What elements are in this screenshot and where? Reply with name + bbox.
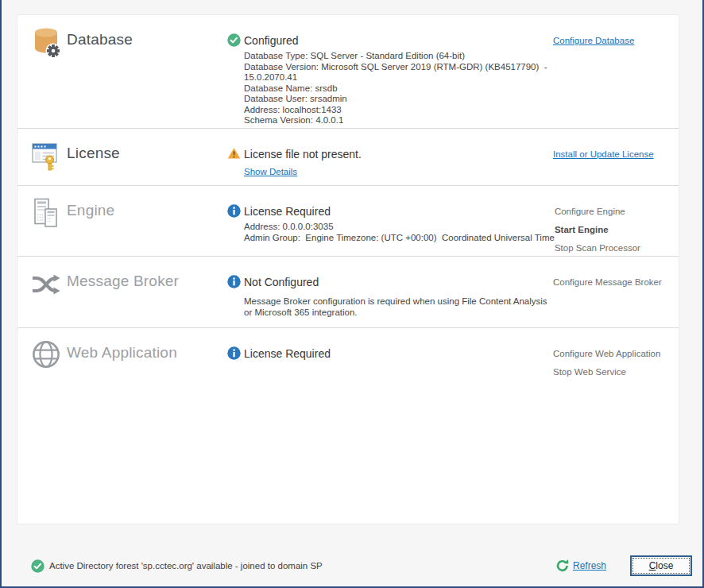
close-button[interactable]: Close: [630, 555, 692, 576]
web-application-globe-icon: [32, 340, 60, 372]
configure-message-broker-button: Configure Message Broker: [553, 277, 675, 288]
database-gear-icon: [32, 27, 60, 62]
web-application-status-block: License Required: [227, 346, 553, 524]
components-panel: Database Configured Database Type: SQL S…: [17, 14, 679, 524]
message-broker-status-block: Not Configured Message Broker configurat…: [227, 275, 553, 327]
message-broker-header: Message Broker: [32, 269, 227, 327]
section-title: Message Broker: [67, 273, 179, 290]
detail-line: Schema Version: 4.0.0.1: [244, 115, 553, 126]
warning-icon: [227, 147, 241, 161]
message-broker-actions: Configure Message Broker: [553, 277, 679, 327]
refresh-icon: [555, 559, 570, 573]
license-header: License: [32, 141, 227, 185]
show-details-link[interactable]: Show Details: [244, 167, 297, 176]
web-application-actions: Configure Web Application Stop Web Servi…: [553, 348, 679, 524]
engine-servers-icon: [32, 198, 60, 231]
license-actions: Install or Update License: [553, 149, 679, 185]
section-license: License License file not present. Show D…: [17, 129, 679, 186]
section-title: Database: [67, 31, 133, 48]
detail-line: Database Version: Microsoft SQL Server 2…: [244, 62, 553, 83]
status-text: Configured: [244, 34, 299, 47]
section-title: License: [67, 145, 120, 162]
status-text: License Required: [244, 347, 331, 360]
database-header: Database: [32, 27, 227, 128]
section-engine: Engine License Required Address: 0.0.0.0…: [17, 186, 679, 257]
engine-header: Engine: [32, 198, 227, 261]
info-icon: [227, 204, 241, 218]
license-status-block: License file not present. Show Details: [227, 147, 553, 185]
section-message-broker: Message Broker Not Configured Message Br…: [17, 257, 679, 328]
status-text: Not Configured: [244, 276, 319, 288]
engine-actions: Configure Engine Start Engine Stop Scan …: [555, 206, 680, 261]
database-status-block: Configured Database Type: SQL Server - S…: [227, 33, 553, 128]
detail-line: Address: 0.0.0.0:3035: [244, 222, 555, 233]
engine-details: Address: 0.0.0.0:3035 Admin Group: Engin…: [244, 222, 555, 243]
message-broker-shuffle-icon: [32, 269, 60, 300]
success-icon: [31, 559, 44, 573]
configure-web-application-button: Configure Web Application: [553, 348, 675, 359]
detail-line: Address: localhost:1433: [244, 105, 553, 116]
info-icon: [227, 346, 241, 360]
section-title: Engine: [67, 202, 114, 219]
web-application-header: Web Application: [32, 340, 227, 524]
detail-line: Database User: srsadmin: [244, 94, 553, 105]
stop-web-service-button: Stop Web Service: [553, 366, 675, 377]
database-details: Database Type: SQL Server - Standard Edi…: [244, 51, 553, 126]
section-web-application: Web Application License Required Configu…: [17, 328, 679, 524]
detail-line: Database Name: srsdb: [244, 83, 553, 95]
install-update-license-link[interactable]: Install or Update License: [553, 149, 675, 160]
footer-controls: Refresh Close: [555, 555, 692, 576]
refresh-link[interactable]: Refresh: [573, 560, 606, 571]
detail-line: Database Type: SQL Server - Standard Edi…: [244, 51, 553, 62]
license-key-icon: [32, 141, 60, 174]
section-title: Web Application: [67, 344, 177, 362]
info-icon: [227, 275, 241, 288]
ad-status-text: Active Directory forest 'sp.cctec.org' a…: [49, 561, 323, 571]
message-broker-details: Message Broker configuration is required…: [244, 296, 553, 318]
detail-line: Admin Group: Engine Timezone: (UTC +00:0…: [244, 233, 555, 244]
stop-scan-processor-button: Stop Scan Processor: [555, 242, 677, 253]
configure-database-link[interactable]: Configure Database: [553, 35, 675, 46]
status-text: License file not present.: [244, 148, 362, 161]
success-icon: [227, 33, 241, 47]
section-database: Database Configured Database Type: SQL S…: [17, 15, 679, 129]
refresh-control[interactable]: Refresh: [555, 559, 606, 573]
close-button-rest: lose: [656, 560, 673, 571]
database-actions: Configure Database: [553, 35, 679, 128]
close-button-accel: C: [649, 560, 656, 571]
detail-line: Message Broker configuration is required…: [244, 296, 553, 318]
start-engine-button: Start Engine: [555, 224, 677, 235]
engine-status-block: License Required Address: 0.0.0.0:3035 A…: [227, 204, 555, 261]
footer-bar: Active Directory forest 'sp.cctec.org' a…: [2, 524, 702, 588]
ad-status: Active Directory forest 'sp.cctec.org' a…: [31, 559, 323, 573]
configure-engine-button: Configure Engine: [555, 206, 677, 217]
status-text: License Required: [244, 205, 331, 218]
